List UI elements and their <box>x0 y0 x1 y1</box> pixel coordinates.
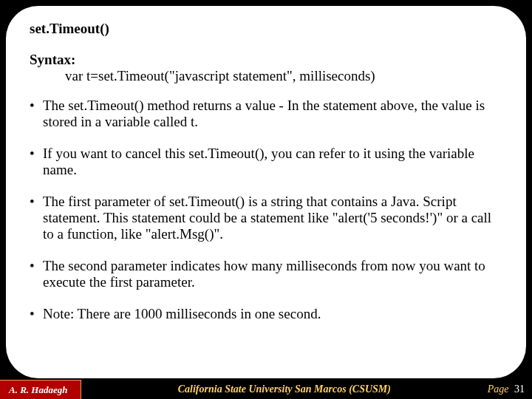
list-item: The set.Timeout() method returns a value… <box>30 98 502 131</box>
syntax-label: Syntax: <box>30 52 502 68</box>
slide-title: set.Timeout() <box>30 21 502 37</box>
page-number: 31 <box>511 383 525 395</box>
slide-card: set.Timeout() Syntax: var t=set.Timeout(… <box>6 6 526 378</box>
page-label: Page <box>488 383 509 395</box>
footer-institution: California State University San Marcos (… <box>81 383 488 395</box>
bullet-list: The set.Timeout() method returns a value… <box>30 98 502 322</box>
slide-footer: A. R. Hadaegh California State Universit… <box>0 380 532 399</box>
syntax-block: Syntax: var t=set.Timeout("javascript st… <box>30 52 502 84</box>
syntax-code: var t=set.Timeout("javascript statement"… <box>30 68 502 84</box>
list-item: The first parameter of set.Timeout() is … <box>30 194 502 243</box>
list-item: The second parameter indicates how many … <box>30 258 502 291</box>
list-item: Note: There are 1000 milliseconds in one… <box>30 306 502 322</box>
footer-author: A. R. Hadaegh <box>0 380 81 399</box>
list-item: If you want to cancel this set.Timeout()… <box>30 146 502 179</box>
footer-page: Page 31 <box>488 383 532 395</box>
